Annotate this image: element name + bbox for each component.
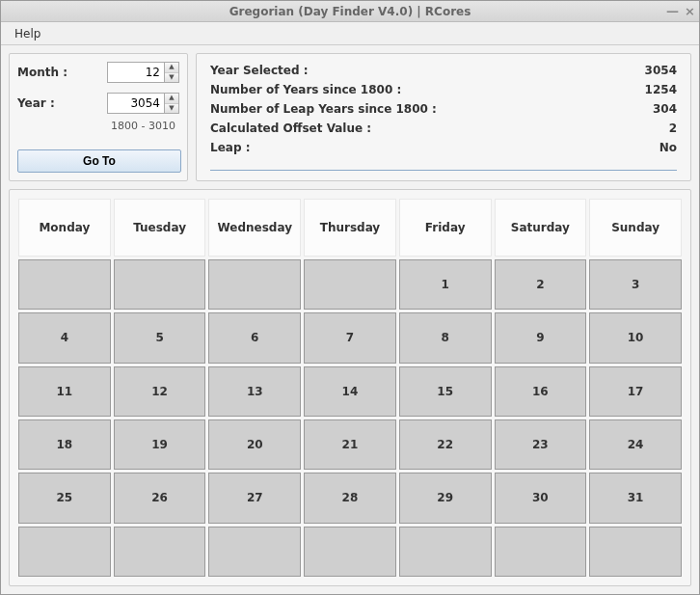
month-spinner[interactable]: ▲ ▼ <box>107 62 179 83</box>
calendar-cell <box>304 527 396 577</box>
input-panel: Month : ▲ ▼ Year : <box>9 53 188 181</box>
month-down-icon[interactable]: ▼ <box>165 73 178 83</box>
month-up-icon[interactable]: ▲ <box>165 63 178 73</box>
calendar-cell: 21 <box>304 419 396 470</box>
info-label: Year Selected : <box>210 64 309 77</box>
window-controls: — × <box>666 4 695 18</box>
month-label: Month : <box>17 66 75 79</box>
calendar-cell: 11 <box>18 366 111 417</box>
calendar-cell: 6 <box>208 312 301 363</box>
calendar-cell: 5 <box>114 312 206 363</box>
calendar-cell: 18 <box>18 419 111 470</box>
year-range-hint: 1800 - 3010 <box>17 120 179 132</box>
info-offset: Calculated Offset Value : 2 <box>210 122 677 135</box>
info-value: 2 <box>669 122 677 135</box>
year-input[interactable] <box>108 94 164 113</box>
year-spinner[interactable]: ▲ ▼ <box>107 93 179 114</box>
calendar-cell: 30 <box>495 473 587 523</box>
calendar-cell: 12 <box>114 366 206 417</box>
menu-help[interactable]: Help <box>7 24 48 43</box>
calendar-row: 123 <box>18 259 682 310</box>
day-header: Tuesday <box>114 199 206 257</box>
minimize-icon[interactable]: — <box>666 4 679 18</box>
calendar-cell <box>114 527 206 577</box>
calendar-cell: 22 <box>399 419 492 470</box>
goto-button[interactable]: Go To <box>17 149 181 173</box>
month-row: Month : ▲ ▼ <box>17 62 179 83</box>
calendar-cell: 8 <box>399 312 492 363</box>
window-title: Gregorian (Day Finder V4.0) | RCores <box>229 5 471 18</box>
top-row: Month : ▲ ▼ Year : <box>9 53 691 181</box>
year-label: Year : <box>17 96 75 110</box>
calendar-row: 25262728293031 <box>18 473 682 523</box>
titlebar: Gregorian (Day Finder V4.0) | RCores — × <box>1 1 699 22</box>
calendar-row <box>18 527 682 577</box>
calendar-cell <box>18 259 111 310</box>
calendar-cell <box>589 527 682 577</box>
calendar-table: Monday Tuesday Wednesday Thursday Friday… <box>15 196 685 580</box>
calendar-cell: 20 <box>208 419 301 470</box>
calendar-cell: 3 <box>589 259 682 310</box>
info-separator <box>210 170 677 171</box>
calendar-cell <box>399 527 492 577</box>
calendar-cell: 31 <box>589 473 682 523</box>
calendar-cell: 23 <box>495 419 587 470</box>
calendar-cell: 9 <box>495 312 587 363</box>
calendar-cell <box>208 259 301 310</box>
calendar-cell <box>495 527 587 577</box>
info-label: Number of Years since 1800 : <box>210 83 401 96</box>
day-header: Friday <box>399 199 492 257</box>
app-window: Gregorian (Day Finder V4.0) | RCores — ×… <box>0 0 700 595</box>
calendar-cell: 13 <box>208 366 301 417</box>
info-value: No <box>660 141 677 154</box>
calendar-cell: 15 <box>399 366 492 417</box>
calendar-cell: 29 <box>399 473 492 523</box>
calendar-cell: 19 <box>114 419 206 470</box>
info-value: 3054 <box>645 64 677 77</box>
calendar-header-row: Monday Tuesday Wednesday Thursday Friday… <box>18 199 682 257</box>
info-leap-since: Number of Leap Years since 1800 : 304 <box>210 102 677 116</box>
info-label: Leap : <box>210 141 250 154</box>
calendar-cell: 27 <box>208 473 301 523</box>
calendar-cell: 24 <box>589 419 682 470</box>
info-years-since: Number of Years since 1800 : 1254 <box>210 83 677 96</box>
day-header: Sunday <box>589 199 682 257</box>
calendar-cell: 17 <box>589 366 682 417</box>
calendar-cell: 14 <box>304 366 396 417</box>
calendar-cell: 26 <box>114 473 206 523</box>
month-input[interactable] <box>108 63 164 82</box>
content-area: Month : ▲ ▼ Year : <box>1 45 699 594</box>
day-header: Monday <box>18 199 111 257</box>
calendar-cell: 28 <box>304 473 396 523</box>
calendar-row: 18192021222324 <box>18 419 682 470</box>
calendar-row: 45678910 <box>18 312 682 363</box>
info-value: 1254 <box>645 83 677 96</box>
info-value: 304 <box>653 102 677 116</box>
day-header: Wednesday <box>208 199 301 257</box>
calendar-cell: 2 <box>495 259 587 310</box>
calendar-cell <box>208 527 301 577</box>
year-row: Year : ▲ ▼ <box>17 93 179 114</box>
calendar-cell: 1 <box>399 259 492 310</box>
day-header: Saturday <box>495 199 587 257</box>
info-leap: Leap : No <box>210 141 677 154</box>
info-label: Number of Leap Years since 1800 : <box>210 102 437 116</box>
calendar-cell: 16 <box>495 366 587 417</box>
close-icon[interactable]: × <box>685 4 695 18</box>
calendar-cell <box>18 527 111 577</box>
menubar: Help <box>1 22 699 45</box>
calendar-row: 11121314151617 <box>18 366 682 417</box>
calendar-cell: 7 <box>304 312 396 363</box>
calendar-cell: 4 <box>18 312 111 363</box>
calendar-cell: 25 <box>18 473 111 523</box>
calendar-cell <box>114 259 206 310</box>
calendar-panel: Monday Tuesday Wednesday Thursday Friday… <box>9 189 691 586</box>
calendar-cell: 10 <box>589 312 682 363</box>
info-label: Calculated Offset Value : <box>210 122 371 135</box>
calendar-cell <box>304 259 396 310</box>
info-year-selected: Year Selected : 3054 <box>210 64 677 77</box>
year-up-icon[interactable]: ▲ <box>165 94 178 104</box>
year-down-icon[interactable]: ▼ <box>165 104 178 114</box>
info-panel: Year Selected : 3054 Number of Years sin… <box>196 53 691 181</box>
day-header: Thursday <box>304 199 396 257</box>
